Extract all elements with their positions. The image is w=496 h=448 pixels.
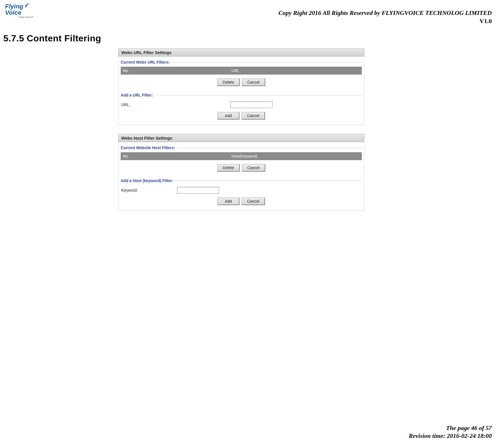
copyright-text: Copy Right 2016 All Rights Reserved by F…	[279, 9, 492, 17]
divider-line	[177, 148, 362, 148]
add-url-filter-legend: Add a URL Filter:	[121, 93, 153, 97]
add-url-filter-fieldset: Add a URL Filter: URL: Add Cancel	[121, 93, 362, 123]
add-host-filter-legend: Add a Host (keyword) Filter:	[121, 178, 173, 183]
settings-panel-container: Webs URL Filter Settings Current Webs UR…	[118, 48, 364, 211]
host-filter-col-no: No.	[121, 152, 229, 160]
host-filter-table-header: No. Host(Keyword)	[121, 152, 362, 160]
host-add-button[interactable]: Add	[217, 198, 239, 205]
keyword-input-label: Keyword:	[121, 188, 177, 192]
divider-line	[154, 95, 362, 95]
url-input[interactable]	[230, 101, 273, 108]
divider-line	[175, 181, 362, 181]
url-add-cancel-button[interactable]: Cancel	[242, 112, 265, 120]
current-host-filters-fieldset: Current Website Host Filters: No. Host(K…	[121, 145, 362, 175]
url-add-button[interactable]: Add	[217, 112, 239, 120]
version-text: V1.0	[279, 17, 492, 25]
host-filter-panel-title: Webs Host Filter Settings	[118, 134, 364, 142]
divider-line	[172, 62, 362, 62]
url-filter-content: Current Webs URL Filters: No. URL Delete…	[118, 60, 364, 125]
url-filter-table-header: No. URL	[121, 67, 362, 75]
host-cancel-button[interactable]: Cancel	[242, 164, 265, 172]
host-filter-content: Current Website Host Filters: No. Host(K…	[118, 145, 364, 210]
keyword-input[interactable]	[177, 187, 219, 194]
url-filter-col-url: URL	[229, 67, 362, 75]
host-delete-button[interactable]: Delete	[217, 164, 239, 172]
wifi-wave-icon	[24, 3, 30, 10]
host-add-cancel-button[interactable]: Cancel	[242, 198, 265, 205]
current-url-filters-fieldset: Current Webs URL Filters: No. URL Delete…	[121, 60, 362, 89]
url-input-label: URL:	[121, 102, 230, 107]
url-cancel-button[interactable]: Cancel	[242, 79, 265, 86]
logo: Flying Voice Voice over IP	[5, 3, 33, 18]
section-heading: 5.7.5 Content Filtering	[3, 33, 101, 44]
url-filter-col-no: No.	[121, 67, 229, 75]
add-host-filter-fieldset: Add a Host (keyword) Filter: Keyword: Ad…	[121, 178, 362, 209]
current-host-filters-legend: Current Website Host Filters:	[121, 145, 175, 150]
current-url-filters-legend: Current Webs URL Filters:	[121, 60, 170, 64]
page-number: The page 46 of 57	[409, 424, 492, 432]
host-filter-col-host: Host(Keyword)	[229, 152, 362, 160]
url-filter-panel-title: Webs URL Filter Settings	[118, 48, 364, 57]
revision-time: Revision time: 2016-02-24 18:00	[409, 432, 492, 440]
url-delete-button[interactable]: Delete	[217, 79, 239, 86]
